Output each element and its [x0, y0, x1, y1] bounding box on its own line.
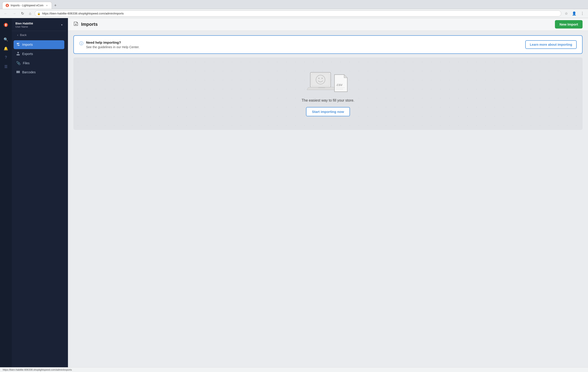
browser-toolbar: ← → ↻ ⌂ 🔒 https://bien-habillie-606338.s…: [0, 9, 588, 18]
help-text-group: Need help importing? See the guidelines …: [86, 40, 139, 49]
home-button[interactable]: ⌂: [27, 11, 33, 16]
barcodes-icon: [16, 70, 20, 74]
browser-chrome: Imports - Lightspeed eCom × + ← → ↻ ⌂ 🔒 …: [0, 0, 588, 18]
empty-state-card: .CSV The easiest way to fill your store.…: [74, 58, 583, 130]
sidebar-bell-icon[interactable]: 🔔: [2, 44, 10, 52]
forward-button[interactable]: →: [11, 11, 18, 16]
app-layout: 🔍 🔔 ? ☰ Bien Habillié User Name ▾ ‹ Back: [0, 18, 588, 372]
menu-button[interactable]: ⋮: [579, 10, 586, 17]
back-label: Back: [20, 33, 27, 37]
help-banner: ⓘ Need help importing? See the guideline…: [74, 35, 583, 54]
sidebar: 🔍 🔔 ? ☰ Bien Habillié User Name ▾ ‹ Back: [0, 18, 68, 372]
sidebar-reports-icon[interactable]: ☰: [2, 62, 10, 70]
brand-name: Bien Habillié: [15, 22, 33, 25]
page-title: Imports: [81, 22, 98, 27]
tab-close-button[interactable]: ×: [45, 4, 49, 7]
csv-file-svg: .CSV: [333, 73, 349, 93]
brand-logo-icon[interactable]: [2, 21, 10, 29]
empty-state-inner: .CSV The easiest way to fill your store.…: [302, 71, 355, 116]
svg-text:.CSV: .CSV: [336, 83, 343, 86]
help-content: ⓘ Need help importing? See the guideline…: [79, 40, 139, 49]
main-content: Imports New Import ⓘ Need help importing…: [68, 18, 588, 372]
svg-rect-4: [17, 54, 20, 55]
brand-area: Bien Habillié User Name: [15, 22, 33, 28]
laptop-svg: [307, 71, 336, 94]
tab-title: Imports - Lightspeed eCom: [11, 4, 43, 7]
main-header: Imports New Import: [68, 18, 588, 31]
url-text: https://bien-habillie-606338.shoplightsp…: [42, 12, 124, 15]
svg-rect-8: [18, 71, 18, 73]
back-arrow-icon: ‹: [17, 33, 18, 37]
svg-rect-10: [19, 71, 19, 73]
address-bar[interactable]: 🔒 https://bien-habillie-606338.shoplight…: [35, 10, 561, 17]
status-bar: https://bien-habillie-606338.shoplightsp…: [0, 367, 588, 372]
sidebar-item-barcodes[interactable]: Barcodes: [14, 68, 64, 77]
imports-label: Imports: [22, 43, 33, 46]
sidebar-search-icon[interactable]: 🔍: [2, 35, 10, 43]
svg-rect-2: [17, 44, 19, 44]
info-icon: ⓘ: [79, 41, 83, 46]
sidebar-menu: ‹ Back Imports: [12, 31, 66, 77]
exports-icon: [16, 52, 20, 56]
svg-rect-17: [318, 87, 325, 88]
new-tab-button[interactable]: +: [52, 2, 58, 9]
page-title-area: Imports: [74, 21, 98, 27]
status-url: https://bien-habillie-606338.shoplightsp…: [3, 368, 72, 371]
start-importing-button[interactable]: Start importing now: [306, 107, 350, 116]
sidebar-nav: Bien Habillié User Name ▾ ‹ Back: [12, 18, 66, 372]
brand-subtitle: User Name: [15, 25, 33, 28]
files-icon: 📎: [16, 61, 21, 65]
barcodes-label: Barcodes: [22, 70, 36, 74]
dropdown-icon[interactable]: ▾: [61, 23, 63, 27]
exports-label: Exports: [22, 52, 33, 56]
svg-rect-9: [18, 71, 19, 73]
svg-rect-7: [17, 71, 17, 73]
new-import-button[interactable]: New Import: [555, 20, 583, 29]
svg-rect-11: [20, 71, 20, 73]
sidebar-item-imports[interactable]: Imports: [14, 40, 64, 49]
back-nav-item[interactable]: ‹ Back: [14, 31, 64, 39]
svg-point-16: [322, 78, 323, 79]
help-title: Need help importing?: [86, 40, 139, 44]
svg-rect-5: [17, 55, 20, 55]
active-tab[interactable]: Imports - Lightspeed eCom ×: [2, 2, 52, 9]
sidebar-icon-column: 🔍 🔔 ? ☰: [0, 18, 12, 372]
content-body: ⓘ Need help importing? See the guideline…: [68, 31, 588, 134]
sidebar-header: Bien Habillié User Name ▾: [12, 18, 66, 31]
svg-rect-6: [17, 71, 17, 73]
bookmark-button[interactable]: ☆: [563, 10, 569, 17]
tab-favicon: [6, 4, 9, 7]
lock-icon: 🔒: [37, 12, 41, 15]
back-button[interactable]: ←: [2, 11, 9, 16]
help-subtitle: See the guidelines in our Help Center.: [86, 45, 139, 49]
reload-button[interactable]: ↻: [20, 11, 26, 16]
svg-rect-1: [17, 43, 20, 43]
sidebar-item-files[interactable]: 📎 Files: [14, 59, 64, 67]
files-label: Files: [23, 61, 30, 65]
imports-page-icon: [74, 21, 78, 27]
imports-icon: [16, 42, 20, 47]
learn-more-button[interactable]: Learn more about importing: [525, 40, 577, 49]
profile-button[interactable]: 👤: [570, 10, 578, 17]
empty-state-description: The easiest way to fill your store.: [302, 99, 355, 102]
sidebar-help-icon[interactable]: ?: [2, 53, 10, 61]
csv-illustration: .CSV: [307, 71, 349, 94]
brand-info: Bien Habillié User Name: [15, 22, 33, 28]
toolbar-actions: ☆ 👤 ⋮: [563, 10, 586, 17]
svg-point-15: [318, 78, 320, 79]
sidebar-item-exports[interactable]: Exports: [14, 50, 64, 58]
